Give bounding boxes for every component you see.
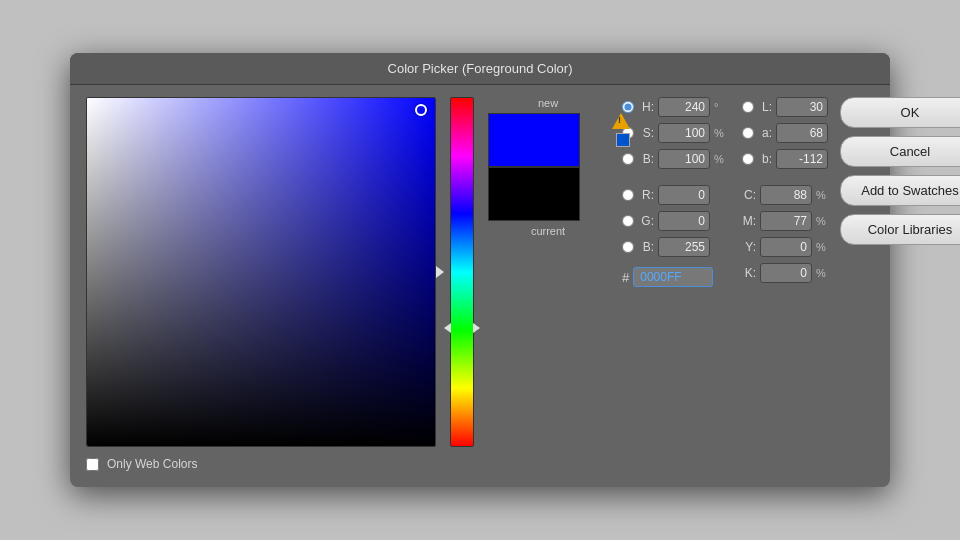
swatch-container [488,113,608,221]
b-unit: % [714,153,726,165]
hex-symbol: # [622,270,629,285]
a-label: a: [758,126,772,140]
hue-slider-wrapper [450,97,474,447]
h-input[interactable] [658,97,710,117]
l-label: L: [758,100,772,114]
y-label: Y: [742,240,756,254]
s-input[interactable] [658,123,710,143]
k-label: K: [742,266,756,280]
color-picker-cursor [415,104,427,116]
current-label: current [488,225,608,237]
y-field-row: Y: % [742,237,828,257]
s-unit: % [714,127,726,139]
fields-and-buttons: H: ° S: % [622,97,960,287]
right-field-col: L: a: b: [742,97,828,287]
m-label: M: [742,214,756,228]
b2-radio[interactable] [622,241,634,253]
y-unit: % [816,241,828,253]
h-radio[interactable] [622,101,634,113]
h-field-row: H: ° [622,97,726,117]
r-radio[interactable] [622,189,634,201]
swatch-section: new current [488,97,608,237]
l-input[interactable] [776,97,828,117]
cancel-button[interactable]: Cancel [840,136,960,167]
title-text: Color Picker (Foreground Color) [388,61,573,76]
k-unit: % [816,267,828,279]
r-field-row: R: [622,185,726,205]
b-input[interactable] [658,149,710,169]
b3-radio[interactable] [742,153,754,165]
new-color-swatch [488,113,580,167]
color-libraries-button[interactable]: Color Libraries [840,214,960,245]
b-field-row: B: % [622,149,726,169]
l-field-row: L: [742,97,828,117]
g-input[interactable] [658,211,710,231]
add-to-swatches-button[interactable]: Add to Swatches [840,175,960,206]
m-unit: % [816,215,828,227]
b3-label: b: [758,152,772,166]
y-input[interactable] [760,237,812,257]
r-input[interactable] [658,185,710,205]
buttons-section: OK Cancel Add to Swatches Color Librarie… [840,97,960,245]
b2-label: B: [638,240,654,254]
c-unit: % [816,189,828,201]
hue-slider-arrow-right [436,266,444,278]
h-label: H: [638,100,654,114]
h-unit: ° [714,101,726,113]
b2-input[interactable] [658,237,710,257]
warning-area [612,113,630,147]
b2-field-row: B: [622,237,726,257]
current-color-swatch [488,167,580,221]
g-label: G: [638,214,654,228]
c-input[interactable] [760,185,812,205]
m-input[interactable] [760,211,812,231]
s-label: S: [638,126,654,140]
top-area: H: ° S: % [622,97,960,287]
k-field-row: K: % [742,263,828,283]
b3-input[interactable] [776,149,828,169]
hex-row: # [622,267,726,287]
color-field-gradient [87,98,435,446]
a-radio[interactable] [742,127,754,139]
r-label: R: [638,188,654,202]
dialog-body: new current [70,97,890,447]
left-field-col: H: ° S: % [622,97,726,287]
a-field-row: a: [742,123,828,143]
b3-field-row: b: [742,149,828,169]
hue-arrow-left [444,323,451,333]
l-radio[interactable] [742,101,754,113]
hue-arrow-right [473,323,480,333]
gamut-warning-icon[interactable] [612,113,630,129]
b-label: B: [638,152,654,166]
bottom-row: Only Web Colors [70,447,890,471]
only-web-colors-label: Only Web Colors [107,457,197,471]
b-radio[interactable] [622,153,634,165]
hex-input[interactable] [633,267,713,287]
dialog-title: Color Picker (Foreground Color) [70,53,890,85]
c-field-row: C: % [742,185,828,205]
c-label: C: [742,188,756,202]
m-field-row: M: % [742,211,828,231]
only-web-colors-checkbox[interactable] [86,458,99,471]
g-radio[interactable] [622,215,634,227]
hue-slider[interactable] [450,97,474,447]
new-label: new [488,97,608,109]
a-input[interactable] [776,123,828,143]
color-picker-dialog: Color Picker (Foreground Color) new [70,53,890,487]
s-field-row: S: % [622,123,726,143]
color-field-wrapper [86,97,436,447]
g-field-row: G: [622,211,726,231]
fields-cols: H: ° S: % [622,97,828,287]
gamut-color-square[interactable] [616,133,630,147]
color-saturation-field[interactable] [86,97,436,447]
ok-button[interactable]: OK [840,97,960,128]
k-input[interactable] [760,263,812,283]
